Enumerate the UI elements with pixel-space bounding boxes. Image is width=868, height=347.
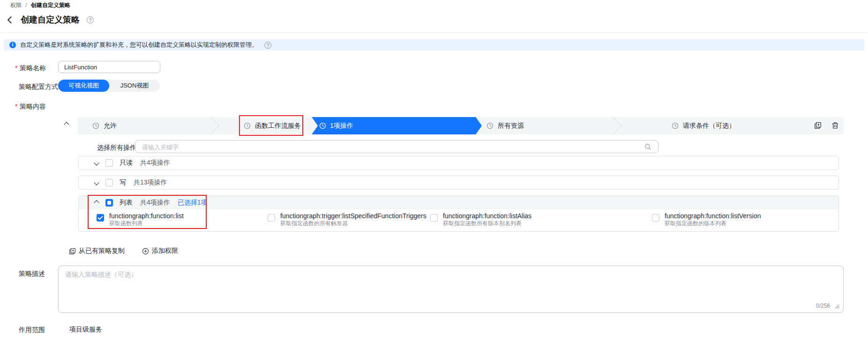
group-readonly-checkbox[interactable] bbox=[105, 159, 113, 167]
search-input[interactable] bbox=[141, 141, 640, 153]
group-write-count: 共13项操作 bbox=[134, 178, 167, 187]
search-icon[interactable] bbox=[644, 143, 651, 150]
operation-desc: 获取指定函数的版本列表 bbox=[665, 220, 761, 227]
operation-item-list-triggers[interactable]: functiongraph:trigger:listSpecifiedFunct… bbox=[268, 212, 427, 227]
clock-icon bbox=[319, 122, 326, 129]
breadcrumb: 权限 / 创建自定义策略 bbox=[10, 1, 70, 9]
step-separator bbox=[604, 117, 621, 134]
char-counter: 0/256 bbox=[816, 303, 830, 309]
collapse-statement-icon[interactable] bbox=[64, 122, 69, 127]
header-divider bbox=[0, 32, 868, 33]
selected-count-badge: 已选择1项 bbox=[178, 199, 208, 207]
group-readonly-count: 共4项操作 bbox=[140, 159, 170, 167]
description-label: 策略描述 bbox=[19, 269, 45, 278]
group-list-count: 共4项操作 bbox=[140, 199, 170, 207]
step-conditions-optional[interactable]: 请求条件（可选） bbox=[683, 117, 735, 134]
breadcrumb-current: 创建自定义策略 bbox=[31, 2, 70, 8]
operation-name: functiongraph:function:listAlias bbox=[443, 212, 531, 220]
operation-item-list-alias[interactable]: functiongraph:function:listAlias 获取指定函数所… bbox=[430, 212, 531, 227]
step-resources-all[interactable]: 所有资源 bbox=[498, 117, 524, 134]
config-mode-label: 策略配置方式 bbox=[19, 82, 58, 91]
info-banner: i 自定义策略是对系统策略的扩展和补充，您可以创建自定义策略以实现定制的权限管理… bbox=[4, 39, 864, 51]
step-actions-active[interactable]: 1项操作 bbox=[312, 117, 482, 134]
operation-item-list[interactable]: functiongraph:function:list 获取函数列表 bbox=[97, 212, 184, 227]
group-list-label: 列表 bbox=[120, 199, 133, 207]
tab-visual-view[interactable]: 可视化视图 bbox=[58, 80, 109, 92]
clock-icon bbox=[244, 122, 251, 129]
operation-name: functiongraph:trigger:listSpecifiedFunct… bbox=[280, 212, 427, 220]
config-mode-switch: 可视化视图 JSON视图 bbox=[58, 80, 160, 92]
operation-desc: 获取函数列表 bbox=[109, 220, 184, 227]
operation-item-list-version[interactable]: functiongraph:function:listVersion 获取指定函… bbox=[652, 212, 761, 227]
banner-message: 自定义策略是对系统策略的扩展和补充，您可以创建自定义策略以实现定制的权限管理。 bbox=[20, 39, 258, 51]
group-write-checkbox[interactable] bbox=[105, 179, 113, 186]
operation-desc: 获取指定函数的所有触发器 bbox=[280, 220, 427, 227]
chevron-down-icon[interactable] bbox=[94, 160, 99, 165]
required-marker: * bbox=[15, 103, 17, 110]
resize-handle-icon[interactable] bbox=[835, 304, 840, 309]
breadcrumb-permissions-link[interactable]: 权限 bbox=[10, 2, 22, 8]
policy-name-input[interactable] bbox=[58, 61, 160, 73]
copy-plus-icon bbox=[69, 248, 76, 255]
group-list-items: functiongraph:function:list 获取函数列表 funct… bbox=[79, 209, 838, 232]
clock-icon bbox=[92, 122, 99, 129]
info-icon: i bbox=[9, 42, 16, 48]
delete-statement-icon[interactable] bbox=[831, 122, 839, 129]
group-list-section: 列表 共4项操作 已选择1项 functiongraph:function:li… bbox=[78, 196, 839, 232]
operation-checkbox[interactable] bbox=[97, 214, 104, 221]
scope-value: 项目级服务 bbox=[69, 325, 102, 334]
create-custom-policy-page: 权限 / 创建自定义策略 创建自定义策略 ? i 自定义策略是对系统策略的扩展和… bbox=[0, 0, 868, 347]
tab-json-view[interactable]: JSON视图 bbox=[109, 80, 160, 92]
copy-from-existing-policy-link[interactable]: 从已有策略复制 bbox=[69, 247, 125, 255]
operation-name: functiongraph:function:list bbox=[109, 212, 184, 220]
operations-search bbox=[135, 140, 658, 153]
breadcrumb-separator: / bbox=[25, 2, 27, 8]
group-list-checkbox[interactable] bbox=[105, 199, 113, 207]
add-permission-link[interactable]: 添加权限 bbox=[142, 247, 178, 255]
back-icon[interactable] bbox=[7, 16, 15, 24]
copy-from-existing-policy-label: 从已有策略复制 bbox=[79, 247, 125, 255]
chevron-down-icon[interactable] bbox=[94, 180, 99, 185]
description-field: 0/256 bbox=[58, 266, 844, 313]
policy-name-label: 策略名称 bbox=[20, 64, 46, 72]
step-separator bbox=[202, 117, 219, 134]
step-actions-label: 1项操作 bbox=[330, 117, 353, 134]
operation-checkbox[interactable] bbox=[430, 214, 438, 221]
operation-desc: 获取指定函数所有版本别名列表 bbox=[443, 220, 531, 227]
operation-checkbox[interactable] bbox=[268, 214, 275, 221]
chevron-up-icon[interactable] bbox=[94, 200, 99, 205]
description-textarea[interactable] bbox=[59, 266, 843, 300]
required-marker: * bbox=[15, 64, 17, 72]
step-service-functiongraph[interactable]: 函数工作流服务 bbox=[255, 117, 301, 134]
operation-checkbox[interactable] bbox=[652, 214, 659, 221]
circle-plus-icon bbox=[142, 248, 149, 255]
duplicate-statement-icon[interactable] bbox=[814, 122, 822, 129]
step-effect-allow[interactable]: 允许 bbox=[104, 117, 117, 134]
select-all-operations-label: 选择所有操作 bbox=[97, 143, 136, 152]
group-list-bar[interactable]: 列表 共4项操作 已选择1项 bbox=[79, 196, 838, 209]
banner-help-icon[interactable]: ? bbox=[264, 42, 271, 49]
operation-name: functiongraph:function:listVersion bbox=[665, 212, 761, 220]
group-write-label: 写 bbox=[120, 178, 126, 187]
add-permission-label: 添加权限 bbox=[152, 247, 178, 255]
clock-icon bbox=[486, 122, 494, 129]
title-help-icon[interactable]: ? bbox=[87, 16, 94, 23]
scope-label: 作用范围 bbox=[19, 325, 45, 334]
page-title: 创建自定义策略 bbox=[21, 15, 80, 25]
group-write-bar[interactable]: 写 共13项操作 bbox=[78, 176, 839, 190]
statement-steps-bar: 允许 函数工作流服务 1项操作 所有资源 请求条件（可选） bbox=[78, 117, 844, 134]
group-readonly-label: 只读 bbox=[120, 159, 133, 167]
clock-icon bbox=[672, 122, 679, 129]
policy-content-label: 策略内容 bbox=[20, 102, 46, 111]
group-readonly-bar[interactable]: 只读 共4项操作 bbox=[78, 156, 839, 170]
